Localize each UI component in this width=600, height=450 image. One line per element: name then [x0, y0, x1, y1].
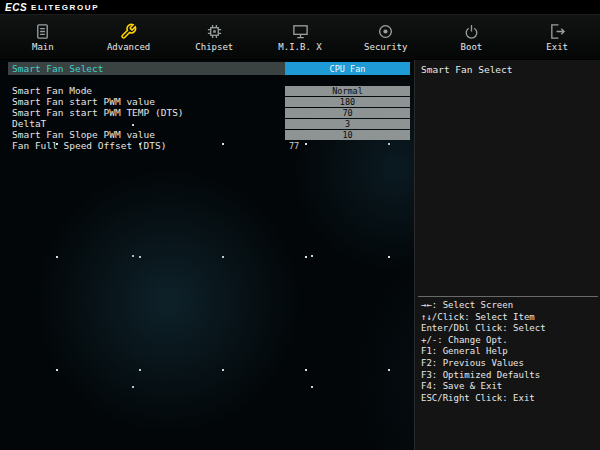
- tab-label: Main: [32, 42, 54, 52]
- wrench-icon: [120, 23, 137, 40]
- key-hint: F1: General Help: [421, 346, 599, 358]
- help-title: Smart Fan Select: [421, 64, 513, 75]
- target-icon: [377, 23, 394, 40]
- top-logo-bar: ECS ELITEGROUP: [0, 0, 600, 14]
- tab-exit[interactable]: Exit: [514, 15, 600, 59]
- setting-value[interactable]: 3: [285, 119, 410, 129]
- monitor-icon: [292, 23, 309, 40]
- tab-label: Boot: [461, 42, 483, 52]
- setting-row-smart-fan-select[interactable]: Smart Fan Select CPU Fan: [8, 62, 410, 75]
- tab-label: Exit: [546, 42, 568, 52]
- setting-label: Smart Fan Mode: [8, 85, 92, 96]
- key-hint: +/-: Change Opt.: [421, 335, 599, 347]
- chip-icon: [206, 23, 223, 40]
- setting-label: Smart Fan start PWM value: [8, 96, 155, 107]
- tab-label: Advanced: [107, 42, 150, 52]
- key-hint: F3: Optimized Defaults: [421, 370, 599, 382]
- key-hint: →←: Select Screen: [421, 300, 599, 312]
- tab-boot[interactable]: Boot: [429, 15, 515, 59]
- setting-value[interactable]: 10: [285, 130, 410, 140]
- bios-setup-screen: ECS ELITEGROUP Main Advanced Chipset M.I…: [0, 0, 600, 450]
- tab-label: Security: [364, 42, 407, 52]
- exit-icon: [549, 23, 566, 40]
- setting-value[interactable]: 70: [285, 108, 410, 118]
- ecs-logo-icon: ECS: [5, 2, 27, 13]
- help-panel: Smart Fan Select →←: Select Screen ↑↓/Cl…: [414, 58, 600, 450]
- setting-label: Smart Fan Slope PWM value: [8, 129, 155, 140]
- tab-mib-x[interactable]: M.I.B. X: [257, 15, 343, 59]
- tab-security[interactable]: Security: [343, 15, 429, 59]
- key-hint: F4: Save & Exit: [421, 381, 599, 393]
- key-legend: →←: Select Screen ↑↓/Click: Select Item …: [421, 300, 599, 404]
- setting-value[interactable]: Normal: [285, 86, 410, 96]
- setting-value[interactable]: CPU Fan: [285, 62, 410, 75]
- setting-row-start-pwm-temp[interactable]: Smart Fan start PWM TEMP (DTS) 70: [8, 107, 410, 118]
- brand-name: ELITEGROUP: [31, 3, 99, 12]
- help-divider: [418, 296, 598, 297]
- setting-label: Fan Full Speed Offset (DTS): [8, 140, 166, 151]
- setting-row-slope-pwm-value[interactable]: Smart Fan Slope PWM value 10: [8, 129, 410, 140]
- setting-label: Smart Fan start PWM TEMP (DTS): [8, 107, 184, 118]
- document-icon: [34, 23, 51, 40]
- key-hint: ↑↓/Click: Select Item: [421, 312, 599, 324]
- tab-label: M.I.B. X: [278, 42, 321, 52]
- setting-row-start-pwm-value[interactable]: Smart Fan start PWM value 180: [8, 96, 410, 107]
- setting-value[interactable]: 180: [285, 97, 410, 107]
- key-hint: F2: Previous Values: [421, 358, 599, 370]
- tab-advanced[interactable]: Advanced: [86, 15, 172, 59]
- setting-row-deltat[interactable]: DeltaT 3: [8, 118, 410, 129]
- menu-tab-bar: Main Advanced Chipset M.I.B. X Security …: [0, 14, 600, 60]
- power-icon: [463, 23, 480, 40]
- tab-label: Chipset: [195, 42, 233, 52]
- tab-chipset[interactable]: Chipset: [171, 15, 257, 59]
- setting-label: DeltaT: [8, 118, 46, 129]
- setting-row-fan-full-speed-offset: Fan Full Speed Offset (DTS) 77: [8, 140, 410, 151]
- setting-value-readonly: 77: [285, 141, 414, 151]
- tab-main[interactable]: Main: [0, 15, 86, 59]
- setting-row-smart-fan-mode[interactable]: Smart Fan Mode Normal: [8, 85, 410, 96]
- key-hint: Enter/Dbl Click: Select: [421, 323, 599, 335]
- key-hint: ESC/Right Click: Exit: [421, 393, 599, 405]
- setting-label: Smart Fan Select: [8, 63, 104, 74]
